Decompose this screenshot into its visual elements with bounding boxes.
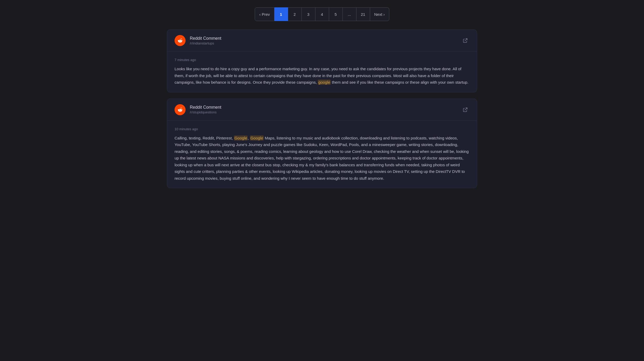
card-2-highlight-google-1: Google [234, 136, 248, 141]
page-1-button[interactable]: 1 [274, 7, 288, 21]
page-21-button[interactable]: 21 [356, 7, 370, 21]
next-button[interactable]: Next › [370, 7, 389, 21]
page-2-button[interactable]: 2 [288, 7, 302, 21]
card-2-timestamp: 10 minutes ago [175, 127, 469, 131]
external-link-icon-2 [462, 107, 468, 113]
card-2-header-left: Reddit Comment /r/stupidquestions [175, 104, 221, 115]
card-1-source: Reddit Comment /r/indianstartups [190, 36, 221, 45]
card-2-text: Calling, texting, Reddit, Pinterest, Goo… [175, 135, 469, 182]
reddit-icon-1 [177, 37, 183, 44]
card-2-source-title: Reddit Comment [190, 105, 221, 110]
card-1-source-title: Reddit Comment [190, 36, 221, 41]
card-1-header: Reddit Comment /r/indianstartups [167, 30, 477, 52]
card-2-body: 10 minutes ago Calling, texting, Reddit,… [167, 121, 477, 188]
card-1-highlight-google: google [318, 80, 331, 85]
card-1-external-link[interactable] [461, 36, 469, 45]
card-2-source: Reddit Comment /r/stupidquestions [190, 105, 221, 114]
card-1-subreddit: /r/indianstartups [190, 41, 221, 45]
reddit-logo-1 [175, 35, 186, 46]
card-1-body: 7 minutes ago Looks like you need to do … [167, 52, 477, 92]
card-1-text: Looks like you need to do hire a copy gu… [175, 66, 469, 86]
card-1-timestamp: 7 minutes ago [175, 58, 469, 62]
card-1-header-left: Reddit Comment /r/indianstartups [175, 35, 221, 46]
reddit-icon-2 [177, 106, 183, 113]
card-2: Reddit Comment /r/stupidquestions 10 min… [167, 99, 477, 188]
external-link-icon-1 [462, 38, 468, 43]
page-4-button[interactable]: 4 [315, 7, 329, 21]
page-5-button[interactable]: 5 [329, 7, 343, 21]
pagination: ‹ Prev 1 2 3 4 5 ... 21 Next › [167, 7, 477, 21]
prev-button[interactable]: ‹ Prev [255, 7, 274, 21]
pagination-ellipsis: ... [343, 7, 356, 21]
card-2-header: Reddit Comment /r/stupidquestions [167, 99, 477, 121]
card-2-subreddit: /r/stupidquestions [190, 110, 221, 114]
card-1: Reddit Comment /r/indianstartups 7 minut… [167, 29, 477, 92]
page-3-button[interactable]: 3 [302, 7, 315, 21]
card-2-highlight-google-2: Google [250, 136, 264, 141]
reddit-logo-2 [175, 104, 186, 115]
card-2-external-link[interactable] [461, 106, 469, 114]
